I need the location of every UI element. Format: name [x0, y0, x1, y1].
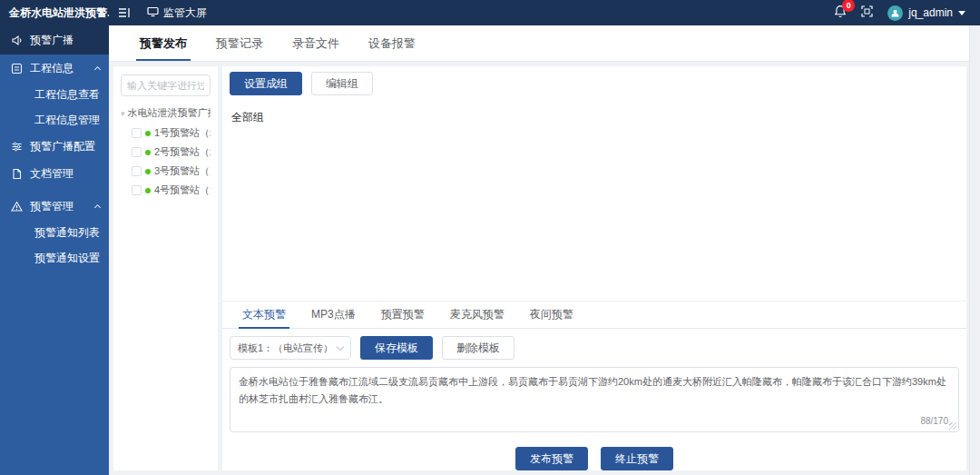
tab-recording-files[interactable]: 录音文件	[278, 25, 354, 61]
fullscreen-icon	[861, 5, 873, 21]
delete-template-button[interactable]: 删除模板	[442, 336, 514, 360]
template-toolbar: 模板1：（电站宣传） 保存模板 删除模板	[222, 329, 966, 367]
tree-station-3[interactable]: 3号预警站（尾水）	[121, 165, 211, 177]
sidebar-group-project-info[interactable]: 工程信息	[0, 54, 109, 82]
broadcast-icon	[11, 35, 23, 46]
online-status-dot	[145, 169, 151, 174]
online-status-dot	[145, 188, 151, 193]
tree-station-1[interactable]: 1号预警站（坝上）	[121, 127, 211, 139]
sidebar-group-warning-manage[interactable]: 预警管理	[0, 193, 109, 220]
avatar	[887, 5, 903, 21]
sidebar-item-label: 预警广播	[30, 33, 74, 48]
fullscreen-button[interactable]	[861, 5, 873, 21]
station-tree-panel: ▾ 水电站泄洪预警广播系... 1号预警站（坝上） 2号预警站（坝下） 3号预警…	[113, 66, 218, 470]
menu-fold-icon[interactable]	[118, 7, 131, 18]
tree-station-2[interactable]: 2号预警站（坝下）	[121, 146, 211, 158]
tree-filter-input[interactable]	[121, 74, 211, 96]
save-template-button[interactable]: 保存模板	[360, 336, 433, 360]
online-status-dot	[145, 150, 151, 155]
sidebar-item-project-info-view[interactable]: 工程信息查看	[0, 82, 109, 107]
monitor-icon	[147, 6, 159, 20]
sidebar-item-broadcast-config[interactable]: 预警广播配置	[0, 133, 109, 160]
sidebar-item-label: 文档管理	[30, 166, 74, 182]
sidebar-item-label: 预警广播配置	[30, 139, 95, 154]
notifications-button[interactable]: 0	[834, 5, 847, 22]
sidebar-item-label: 预警管理	[30, 199, 74, 214]
template-select-value: 模板1：（电站宣传）	[238, 341, 333, 355]
tab-text-warning[interactable]: 文本预警	[230, 302, 299, 328]
online-status-dot	[145, 131, 151, 136]
chevron-up-icon	[94, 65, 101, 72]
tab-device-alarms[interactable]: 设备报警	[354, 25, 430, 61]
station-label: 1号预警站（坝上）	[154, 127, 211, 139]
username-label: jq_admin	[908, 6, 953, 19]
alert-icon	[11, 201, 23, 213]
warning-text-wrapper: 金桥水电站位于雅鲁藏布江流域二级支流易贡藏布中上游段，易贡藏布于易贡湖下游约20…	[230, 367, 959, 432]
warning-tab-bar: 文本预警 MP3点播 预置预警 麦克风预警 夜间预警	[222, 302, 966, 329]
tab-warning-records[interactable]: 预警记录	[201, 25, 278, 61]
sidebar-item-warning-notice-settings[interactable]: 预警通知设置	[0, 245, 109, 271]
station-checkbox[interactable]	[132, 185, 142, 195]
tab-microphone-warning[interactable]: 麦克风预警	[437, 302, 517, 328]
set-group-button[interactable]: 设置成组	[230, 72, 302, 95]
station-label: 3号预警站（尾水）	[154, 165, 211, 177]
warning-text-input[interactable]: 金桥水电站位于雅鲁藏布江流域二级支流易贡藏布中上游段，易贡藏布于易贡湖下游约20…	[230, 367, 959, 432]
chevron-down-icon	[958, 11, 965, 15]
notification-badge: 0	[842, 0, 855, 12]
station-checkbox[interactable]	[132, 128, 142, 138]
stop-warning-button[interactable]: 终止预警	[601, 447, 673, 470]
edit-group-button[interactable]: 编辑组	[311, 72, 373, 95]
user-menu[interactable]: jq_admin	[887, 5, 965, 21]
app-root: 金桥水电站泄洪预警... 监管大屏 0	[0, 0, 980, 475]
station-label: 2号预警站（坝下）	[154, 146, 211, 158]
tab-mp3-broadcast[interactable]: MP3点播	[299, 302, 368, 328]
tree-station-4[interactable]: 4号预警站（大坝）	[121, 184, 211, 196]
main-tab-bar: 预警发布 预警记录 录音文件 设备报警	[109, 25, 969, 62]
sidebar-item-document-manage[interactable]: 文档管理	[0, 160, 109, 187]
tab-night-warning[interactable]: 夜间预警	[517, 302, 586, 328]
action-buttons: 发布预警 终止预警	[222, 447, 966, 470]
main-panel: 设置成组 编辑组 全部组 文本预警 MP3点播 预置预警 麦克风预警 夜间预警 …	[222, 66, 966, 470]
sidebar: 预警广播 工程信息 工程信息查看 工程信息管理 预警广播配置 文档管理	[0, 25, 109, 475]
tree-root-label: 水电站泄洪预警广播系...	[128, 106, 211, 120]
template-select[interactable]: 模板1：（电站宣传）	[230, 336, 351, 360]
tree-root-node[interactable]: ▾ 水电站泄洪预警广播系...	[121, 106, 211, 120]
station-checkbox[interactable]	[132, 166, 142, 176]
chevron-down-icon	[337, 342, 344, 350]
tree-expand-icon: ▾	[121, 109, 125, 118]
sidebar-item-warning-notice-list[interactable]: 预警通知列表	[0, 220, 109, 245]
project-info-icon	[11, 63, 23, 74]
app-title: 金桥水电站泄洪预警...	[0, 5, 109, 21]
supervision-screen-link[interactable]: 监管大屏	[147, 5, 207, 21]
config-sliders-icon	[11, 141, 23, 153]
topbar-right: 0 jq_admin	[834, 5, 980, 22]
all-groups-label: 全部组	[222, 95, 966, 140]
publish-warning-button[interactable]: 发布预警	[515, 447, 588, 470]
warning-editor-section: 文本预警 MP3点播 预置预警 麦克风预警 夜间预警 模板1：（电站宣传） 保存…	[222, 301, 966, 470]
topbar: 金桥水电站泄洪预警... 监管大屏 0	[0, 0, 980, 25]
chevron-up-icon	[94, 203, 101, 210]
sidebar-item-project-info-manage[interactable]: 工程信息管理	[0, 107, 109, 133]
resize-handle-icon[interactable]	[949, 422, 956, 430]
scrollbar-track[interactable]	[969, 25, 980, 475]
tab-warning-publish[interactable]: 预警发布	[125, 25, 201, 61]
tab-preset-warning[interactable]: 预置预警	[368, 302, 437, 328]
sidebar-item-label: 工程信息	[30, 61, 74, 76]
station-checkbox[interactable]	[132, 147, 142, 157]
char-counter: 88/170	[916, 416, 948, 426]
sidebar-item-warning-broadcast[interactable]: 预警广播	[0, 25, 109, 54]
document-icon	[11, 168, 23, 180]
supervision-screen-label: 监管大屏	[163, 5, 207, 21]
group-toolbar: 设置成组 编辑组	[222, 66, 966, 95]
station-label: 4号预警站（大坝）	[154, 184, 211, 196]
